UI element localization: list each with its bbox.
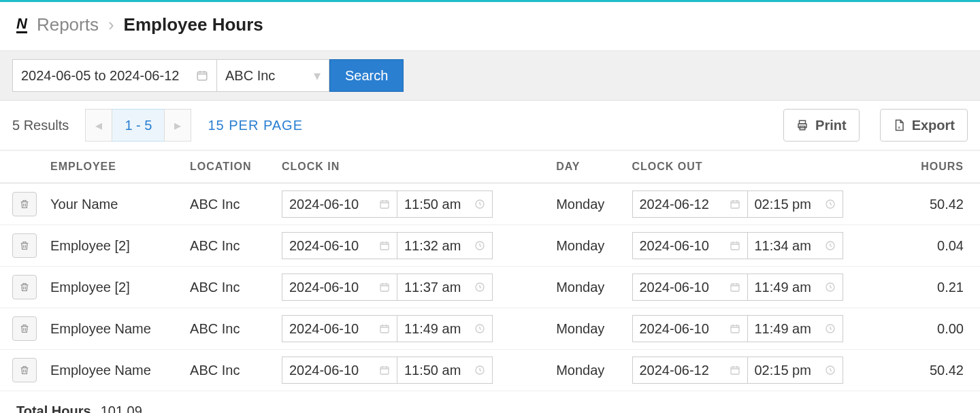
clock-out-time-input[interactable]: 02:15 pm <box>748 191 843 218</box>
svg-text:x: x <box>898 125 900 129</box>
delete-row-button[interactable] <box>12 358 37 382</box>
clock-out-date-input[interactable]: 2024-06-12 <box>632 357 748 384</box>
location-select[interactable]: ABC Inc ▾ <box>216 59 329 92</box>
clock-icon <box>474 199 485 210</box>
export-label: Export <box>912 118 955 133</box>
hours-cell: 0.21 <box>900 267 980 308</box>
col-clock-out: CLOCK OUT <box>625 151 900 184</box>
clock-icon <box>474 282 485 293</box>
export-icon: x <box>893 119 905 131</box>
export-button[interactable]: x Export <box>880 109 968 142</box>
employee-cell: Employee Name <box>44 350 183 391</box>
clock-in-time-input[interactable]: 11:49 am <box>397 315 493 342</box>
clock-icon <box>825 282 836 293</box>
clock-icon <box>474 240 485 251</box>
delete-row-button[interactable] <box>12 192 37 216</box>
table-row: Employee NameABC Inc2024-06-1011:49 amMo… <box>0 308 980 350</box>
svg-rect-21 <box>380 367 389 374</box>
delete-row-button[interactable] <box>12 316 37 341</box>
location-cell: ABC Inc <box>183 267 275 308</box>
clock-out-date-input[interactable]: 2024-06-12 <box>632 191 748 218</box>
clock-icon <box>474 323 485 334</box>
clock-icon <box>825 365 836 376</box>
delete-row-button[interactable] <box>12 233 37 258</box>
delete-row-button[interactable] <box>12 275 37 299</box>
day-cell: Monday <box>549 308 625 350</box>
employee-cell: Employee [2] <box>44 267 183 308</box>
calendar-icon <box>379 240 390 251</box>
pager-next-button[interactable]: ▸ <box>164 109 191 142</box>
table-row: Your NameABC Inc2024-06-1011:50 amMonday… <box>0 183 980 225</box>
clock-icon <box>825 240 836 251</box>
col-day: DAY <box>549 151 625 184</box>
clock-out-date-input[interactable]: 2024-06-10 <box>632 315 748 342</box>
clock-icon <box>474 365 485 376</box>
day-cell: Monday <box>549 183 625 225</box>
calendar-icon <box>379 199 390 210</box>
date-range-input[interactable]: 2024-06-05 to 2024-06-12 <box>12 59 216 92</box>
total-hours-value: 101.09 <box>101 403 142 413</box>
clock-in-date-input[interactable]: 2024-06-10 <box>282 357 397 384</box>
location-cell: ABC Inc <box>183 225 275 267</box>
trash-icon <box>19 282 30 293</box>
clock-in-time-input[interactable]: 11:32 am <box>397 232 493 259</box>
day-cell: Monday <box>549 267 625 308</box>
table-row: Employee [2]ABC Inc2024-06-1011:32 amMon… <box>0 225 980 267</box>
pager: ◂ 1 - 5 ▸ <box>85 109 191 142</box>
clock-out-time-input[interactable]: 11:49 am <box>748 315 843 342</box>
calendar-icon <box>730 199 740 210</box>
trash-icon <box>19 323 30 334</box>
pager-prev-button[interactable]: ◂ <box>85 109 112 142</box>
hours-cell: 50.42 <box>900 183 980 225</box>
trash-icon <box>19 240 30 251</box>
chevron-right-icon: › <box>108 14 114 35</box>
filter-bar: 2024-06-05 to 2024-06-12 ABC Inc ▾ Searc… <box>0 51 980 101</box>
clock-in-time-input[interactable]: 11:50 am <box>397 357 493 384</box>
employee-cell: Employee [2] <box>44 225 183 267</box>
location-cell: ABC Inc <box>183 308 275 350</box>
clock-in-time-input[interactable]: 11:50 am <box>397 191 493 218</box>
col-hours: HOURS <box>900 151 980 184</box>
day-cell: Monday <box>549 225 625 267</box>
hours-cell: 0.04 <box>900 225 980 267</box>
svg-rect-19 <box>731 325 739 333</box>
trash-icon <box>19 199 30 210</box>
svg-rect-7 <box>731 201 739 208</box>
calendar-icon <box>379 282 390 293</box>
clock-out-time-input[interactable]: 02:15 pm <box>748 357 843 384</box>
calendar-icon <box>730 323 740 334</box>
table-row: Employee [2]ABC Inc2024-06-1011:37 amMon… <box>0 267 980 308</box>
clock-out-date-input[interactable]: 2024-06-10 <box>632 274 748 301</box>
printer-icon <box>796 119 808 131</box>
clock-out-time-input[interactable]: 11:34 am <box>748 232 843 259</box>
location-cell: ABC Inc <box>183 183 275 225</box>
hours-table: EMPLOYEE LOCATION CLOCK IN DAY CLOCK OUT… <box>0 150 980 391</box>
total-hours-label: Total Hours <box>16 403 91 413</box>
trash-icon <box>19 365 30 376</box>
calendar-icon <box>379 365 390 376</box>
clock-in-time-input[interactable]: 11:37 am <box>397 274 493 301</box>
clock-in-date-input[interactable]: 2024-06-10 <box>282 191 397 218</box>
table-row: Employee NameABC Inc2024-06-1011:50 amMo… <box>0 350 980 391</box>
calendar-icon <box>730 282 740 293</box>
location-cell: ABC Inc <box>183 350 275 391</box>
calendar-icon <box>196 69 208 82</box>
clock-out-time-input[interactable]: 11:49 am <box>748 274 843 301</box>
per-page-select[interactable]: 15 PER PAGE <box>208 118 303 133</box>
breadcrumb-reports-link[interactable]: Reports <box>37 14 99 35</box>
print-button[interactable]: Print <box>783 109 860 142</box>
employee-cell: Employee Name <box>44 308 183 350</box>
employee-cell: Your Name <box>44 183 183 225</box>
clock-in-date-input[interactable]: 2024-06-10 <box>282 232 397 259</box>
col-employee: EMPLOYEE <box>44 151 183 184</box>
clock-out-date-input[interactable]: 2024-06-10 <box>632 232 748 259</box>
hours-cell: 50.42 <box>900 350 980 391</box>
svg-rect-9 <box>380 242 389 250</box>
hours-cell: 0.00 <box>900 308 980 350</box>
calendar-icon <box>379 323 390 334</box>
chevron-down-icon: ▾ <box>314 67 321 84</box>
page-title: Employee Hours <box>124 14 263 35</box>
clock-in-date-input[interactable]: 2024-06-10 <box>282 274 397 301</box>
clock-in-date-input[interactable]: 2024-06-10 <box>282 315 397 342</box>
search-button[interactable]: Search <box>329 59 404 92</box>
